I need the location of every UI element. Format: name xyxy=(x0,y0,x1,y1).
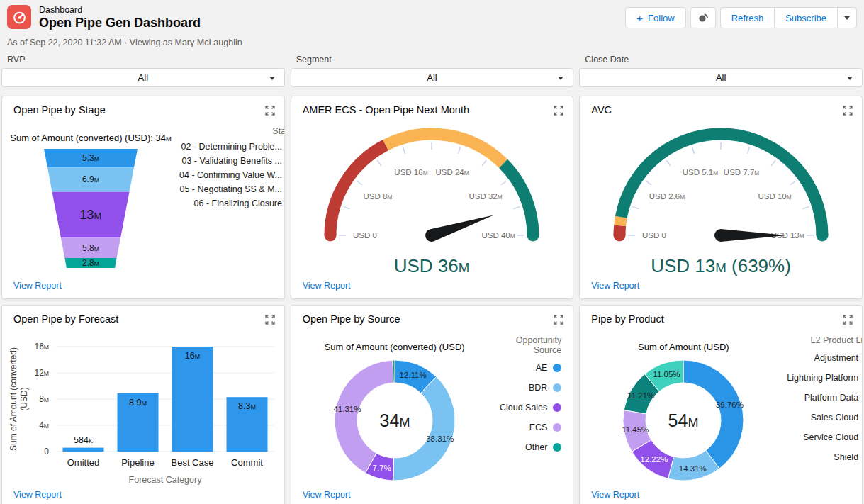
svg-text:11.05%: 11.05% xyxy=(653,370,680,379)
svg-text:Best Case: Best Case xyxy=(172,457,214,468)
card-title: AVC xyxy=(591,104,612,116)
legend-item-label: 06 - Finalizing Closure xyxy=(194,198,282,208)
svg-text:USD 2.6M: USD 2.6M xyxy=(649,192,685,201)
bar[interactable] xyxy=(172,347,213,452)
legend-item-label: Sales Cloud xyxy=(811,413,858,422)
legend-item: Sales Cloud xyxy=(787,413,863,422)
funnel-chart: Sum of Amount (converted) (USD): 34M5.3M… xyxy=(2,123,284,299)
chart-legend: Opportunity SourceAEBDRCloud SalesECSOth… xyxy=(498,332,573,504)
subscribe-button[interactable]: Subscribe xyxy=(774,7,837,28)
donut-chart-title: Sum of Amount (converted) (USD) xyxy=(325,342,465,352)
donut-slice[interactable] xyxy=(683,360,744,469)
legend-item: Lightning Platform xyxy=(787,373,863,383)
collaborate-button[interactable] xyxy=(690,7,716,28)
legend-swatch-icon xyxy=(553,383,561,392)
view-report-link[interactable]: View Report xyxy=(591,281,639,291)
view-report-link[interactable]: View Report xyxy=(303,490,351,500)
legend-item-label: AE xyxy=(536,363,548,373)
legend-item-label: ECS xyxy=(529,422,548,432)
card-open-pipe-by-source: Open Pipe by Source Sum of Amount (conve… xyxy=(291,305,574,504)
legend-item-label: BDR xyxy=(529,383,547,393)
svg-text:34M: 34M xyxy=(379,410,410,430)
svg-text:Omitted: Omitted xyxy=(67,457,100,468)
view-report-link[interactable]: View Report xyxy=(591,490,639,500)
plus-icon: + xyxy=(636,13,643,23)
expand-icon[interactable] xyxy=(843,315,853,327)
svg-text:USD 0: USD 0 xyxy=(354,231,378,240)
svg-text:54M: 54M xyxy=(668,410,699,430)
dashboard-meta: As of Sep 22, 2020 11:32 AM · Viewing as… xyxy=(0,30,864,47)
svg-text:USD 0: USD 0 xyxy=(642,231,666,240)
legend-item-label: 04 - Confirming Value W... xyxy=(179,170,282,180)
svg-text:39.76%: 39.76% xyxy=(716,401,744,409)
filter-label: Close Date xyxy=(585,55,863,65)
card-open-pipe-by-stage: Open Pipe by Stage Sum of Amount (conver… xyxy=(1,96,285,299)
filter-value: All xyxy=(716,72,726,83)
svg-text:USD 24M: USD 24M xyxy=(436,168,469,177)
donut-svg: 12.11%38.31%7.7%41.31%34M xyxy=(332,358,457,483)
filter-close-date-dropdown[interactable]: All xyxy=(579,68,863,87)
svg-text:16M: 16M xyxy=(34,342,49,352)
legend-item-label: Platform Data xyxy=(804,393,858,403)
expand-icon[interactable] xyxy=(554,315,563,327)
card-title: Pipe by Product xyxy=(591,313,663,325)
donut-chart: Sum of Amount (converted) (USD)12.11%38.… xyxy=(291,332,573,504)
expand-icon[interactable] xyxy=(554,106,563,118)
bar[interactable] xyxy=(63,448,104,452)
expand-icon[interactable] xyxy=(265,315,275,327)
legend-item: ECS xyxy=(498,422,562,432)
svg-text:5.8M: 5.8M xyxy=(82,243,99,253)
svg-text:12M: 12M xyxy=(34,368,49,378)
card-amer-ecs-open-pipe-next-month: AMER ECS - Open Pipe Next Month USD 0USD… xyxy=(291,96,574,299)
donut-chart-title: Sum of Amount (USD) xyxy=(638,342,729,352)
svg-text:2.8M: 2.8M xyxy=(82,258,99,268)
filter-rvp: RVP All xyxy=(1,55,285,87)
more-actions-button[interactable] xyxy=(837,7,857,28)
page-header: Dashboard Open Pipe Gen Dashboard + Foll… xyxy=(0,0,864,30)
filter-rvp-dropdown[interactable]: All xyxy=(1,68,285,87)
svg-text:38.31%: 38.31% xyxy=(426,435,454,443)
legend-item: AE xyxy=(498,363,562,373)
filter-close-date: Close Date All xyxy=(579,55,863,87)
svg-text:USD 10M: USD 10M xyxy=(758,192,792,201)
view-report-link[interactable]: View Report xyxy=(303,281,351,291)
filter-label: Segment xyxy=(296,55,574,65)
chart-legend: L2 Product LineAdjustmentLightning Platf… xyxy=(787,332,863,504)
legend-item: Cloud Sales xyxy=(498,403,562,413)
legend-item-label: 05 - Negotiating SS & M... xyxy=(179,184,282,194)
svg-text:USD 5.1M: USD 5.1M xyxy=(683,168,718,177)
expand-icon[interactable] xyxy=(843,106,853,118)
donut-chart: Sum of Amount (USD)39.76%14.31%12.22%11.… xyxy=(580,332,862,504)
view-report-link[interactable]: View Report xyxy=(13,490,62,500)
gauge-chart: USD 0USD 8MUSD 16MUSD 24MUSD 32MUSD 40MU… xyxy=(291,123,573,299)
svg-text:584K: 584K xyxy=(74,435,93,445)
filter-segment-dropdown[interactable]: All xyxy=(291,68,574,87)
expand-icon[interactable] xyxy=(265,106,275,118)
filter-value: All xyxy=(427,72,437,83)
legend-swatch-icon xyxy=(553,364,561,372)
svg-text:11.45%: 11.45% xyxy=(622,425,649,434)
legend-item-label: Shield xyxy=(834,452,858,462)
legend-title: Opportunity Source xyxy=(498,335,562,355)
legend-swatch-icon xyxy=(553,443,561,452)
svg-text:USD 32M: USD 32M xyxy=(469,192,503,201)
view-report-link[interactable]: View Report xyxy=(13,281,62,291)
chevron-down-icon xyxy=(269,77,275,80)
svg-text:16M: 16M xyxy=(185,351,200,361)
svg-text:8.9M: 8.9M xyxy=(129,398,147,408)
svg-text:12.22%: 12.22% xyxy=(641,455,668,464)
filter-bar: RVP All Segment All Close Date All xyxy=(0,47,864,87)
svg-text:11.21%: 11.21% xyxy=(628,391,655,400)
legend-item: Adjustment xyxy=(787,353,863,363)
bar-svg: 04M8M12M16MSum of Amount (converted)(USD… xyxy=(5,337,283,497)
refresh-button[interactable]: Refresh xyxy=(720,7,775,28)
legend-item: Service Cloud xyxy=(787,432,863,442)
card-title: Open Pipe by Source xyxy=(303,313,400,325)
legend-title: L2 Product Line xyxy=(787,335,863,345)
legend-item: 04 - Confirming Value W... xyxy=(179,170,285,180)
chevron-down-icon xyxy=(847,77,853,80)
follow-button[interactable]: + Follow xyxy=(625,7,685,28)
page-title: Open Pipe Gen Dashboard xyxy=(39,16,201,30)
card-pipe-by-product: Pipe by Product Sum of Amount (USD)39.76… xyxy=(579,305,863,504)
legend-swatch-icon xyxy=(553,423,561,432)
